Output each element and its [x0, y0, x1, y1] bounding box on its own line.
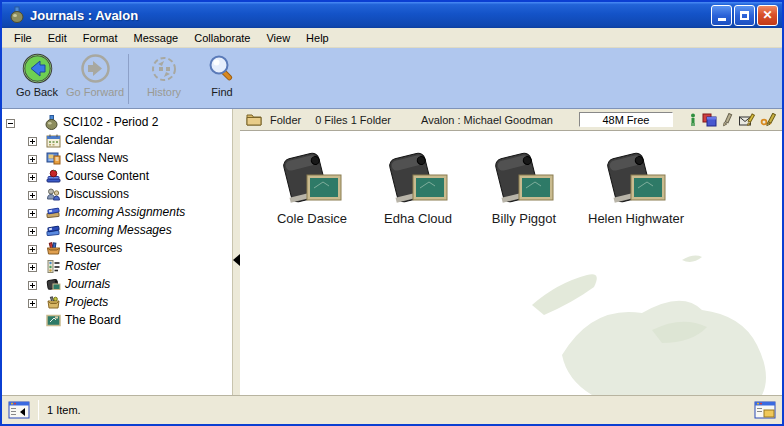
journal-item-billy-piggot[interactable]: Billy Piggot [478, 147, 570, 226]
history-icon [149, 52, 179, 85]
journal-icon [590, 147, 682, 209]
close-button[interactable]: ✕ [757, 5, 778, 26]
maximize-button[interactable] [734, 5, 755, 26]
menu-file[interactable]: File [6, 30, 40, 46]
find-icon [207, 52, 237, 85]
go-back-button[interactable]: Go Back [8, 52, 66, 98]
journal-item-label: Edha Cloud [380, 211, 456, 226]
status-separator [38, 400, 39, 420]
tree-item-label: The Board [65, 313, 121, 327]
tree-item-journals[interactable]: Journals [2, 275, 232, 293]
navigation-toolbar: Go Back Go Forward His [2, 48, 782, 108]
menu-message[interactable]: Message [126, 30, 187, 46]
journal-icon [478, 147, 570, 209]
toolbar-separator [128, 54, 129, 104]
minimize-button[interactable] [711, 5, 732, 26]
free-space-indicator: 48M Free [579, 112, 673, 127]
expand-expander-icon[interactable] [28, 154, 37, 163]
find-label: Find [211, 86, 232, 98]
member-icon[interactable] [689, 113, 697, 127]
tree-item-label: Class News [65, 151, 128, 165]
find-button[interactable]: Find [193, 52, 251, 98]
sign-pen-icon[interactable] [760, 113, 776, 127]
journal-icon-grid: Cole Dasice [266, 147, 702, 226]
go-back-icon [22, 52, 53, 85]
folder-type-label: Folder [270, 114, 301, 126]
expand-expander-icon[interactable] [28, 226, 37, 235]
menu-view[interactable]: View [258, 30, 298, 46]
tree-item-roster[interactable]: Roster [2, 257, 232, 275]
collapse-expander-icon[interactable] [6, 118, 15, 127]
file-folder-counts: 0 Files 1 Folder [315, 114, 391, 126]
folder-icon [246, 113, 262, 126]
tree-item-projects[interactable]: Projects [2, 293, 232, 311]
tree-item-discussions[interactable]: Discussions [2, 185, 232, 203]
tree-item-label: Incoming Messages [65, 223, 172, 237]
sidebar-splitter[interactable] [232, 109, 240, 395]
map-watermark [532, 235, 782, 395]
journal-item-helen-highwater[interactable]: Helen Highwater [584, 147, 688, 226]
journal-icon [266, 147, 358, 209]
expand-expander-icon[interactable] [28, 262, 37, 271]
journal-item-cole-dasice[interactable]: Cole Dasice [266, 147, 358, 226]
folder-view: Folder 0 Files 1 Folder Avalon : Michael… [240, 109, 782, 395]
flask-icon [43, 115, 59, 130]
expand-expander-icon[interactable] [28, 298, 37, 307]
menu-help[interactable]: Help [298, 30, 337, 46]
projects-icon [45, 295, 61, 310]
compose-mail-icon[interactable] [739, 113, 755, 127]
pencil-icon[interactable] [722, 113, 734, 127]
collapse-arrow-icon[interactable] [233, 254, 240, 266]
header-icon-strip [689, 113, 776, 127]
expand-expander-icon[interactable] [28, 136, 37, 145]
expand-expander-icon[interactable] [28, 208, 37, 217]
go-forward-button[interactable]: Go Forward [66, 52, 124, 98]
app-window: Journals : Avalon ✕ File Edit Format Mes… [0, 0, 784, 426]
expand-expander-icon[interactable] [28, 280, 37, 289]
go-forward-icon [80, 52, 111, 85]
tree-item-course-content[interactable]: Course Content [2, 167, 232, 185]
expand-expander-icon[interactable] [28, 172, 37, 181]
tree-item-label: Roster [65, 259, 100, 273]
menu-edit[interactable]: Edit [40, 30, 75, 46]
roster-icon [45, 259, 61, 274]
journal-item-label: Helen Highwater [584, 211, 688, 226]
toggle-panel-icon[interactable] [754, 401, 776, 419]
history-label: History [147, 86, 181, 98]
tree-item-the-board[interactable]: The Board [2, 311, 232, 329]
tree-item-label: Projects [65, 295, 108, 309]
tree-item-class-news[interactable]: Class News [2, 149, 232, 167]
shared-windows-icon[interactable] [702, 113, 717, 127]
menu-collaborate[interactable]: Collaborate [186, 30, 258, 46]
journal-item-label: Cole Dasice [273, 211, 351, 226]
content-area: SCI102 - Period 2 Calendar Class News [2, 108, 782, 395]
tree-item-incoming-assignments[interactable]: Incoming Assignments [2, 203, 232, 221]
history-button[interactable]: History [135, 52, 193, 98]
journal-item-edha-cloud[interactable]: Edha Cloud [372, 147, 464, 226]
tree-item-root[interactable]: SCI102 - Period 2 [2, 113, 232, 131]
collapse-sidebar-icon[interactable] [8, 401, 30, 419]
tree-item-calendar[interactable]: Calendar [2, 131, 232, 149]
tree-item-label: Incoming Assignments [65, 205, 185, 219]
journal-icon [372, 147, 464, 209]
messages-icon [45, 223, 61, 238]
tree-item-resources[interactable]: Resources [2, 239, 232, 257]
course-content-icon [45, 169, 61, 184]
expand-expander-icon[interactable] [28, 244, 37, 253]
calendar-icon [45, 133, 61, 148]
menu-format[interactable]: Format [75, 30, 126, 46]
expand-expander-icon[interactable] [28, 190, 37, 199]
journal-item-label: Billy Piggot [488, 211, 560, 226]
course-tree-sidebar: SCI102 - Period 2 Calendar Class News [2, 109, 232, 395]
assignments-icon [45, 205, 61, 220]
go-back-label: Go Back [16, 86, 58, 98]
class-news-icon [45, 151, 61, 166]
tree-item-label: Discussions [65, 187, 129, 201]
tree-item-label: Journals [65, 277, 110, 291]
tree-item-incoming-messages[interactable]: Incoming Messages [2, 221, 232, 239]
app-flask-icon[interactable] [8, 6, 26, 24]
discussions-icon [45, 187, 61, 202]
menu-bar: File Edit Format Message Collaborate Vie… [2, 28, 782, 48]
tree-item-label: SCI102 - Period 2 [63, 115, 158, 129]
tree-item-label: Resources [65, 241, 122, 255]
